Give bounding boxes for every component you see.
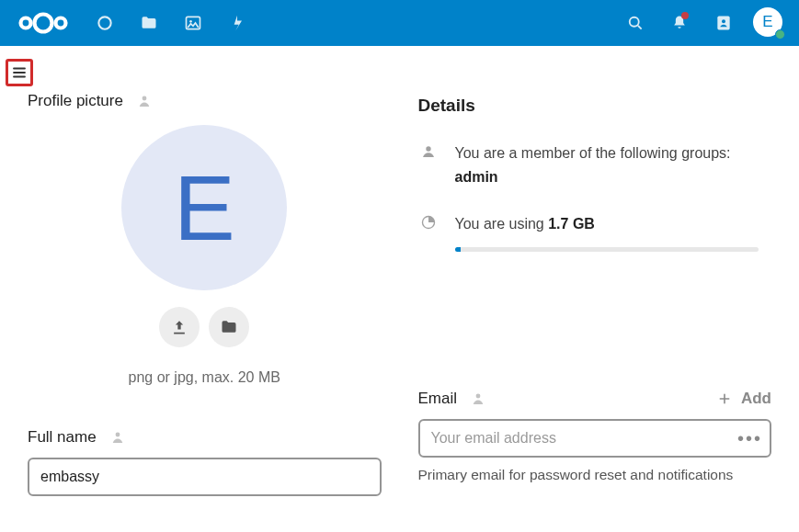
quota-prefix: You are using (455, 216, 549, 232)
groups-intro: You are a member of the following groups… (455, 145, 731, 161)
groups-row: You are a member of the following groups… (418, 141, 772, 188)
scope-icon[interactable] (136, 93, 153, 109)
scope-icon[interactable] (109, 429, 126, 446)
user-menu[interactable]: E (753, 7, 784, 39)
svg-line-7 (638, 26, 642, 29)
files-icon[interactable] (129, 3, 169, 43)
svg-point-9 (722, 19, 725, 23)
svg-point-12 (426, 146, 430, 151)
details-title: Details (418, 96, 772, 116)
add-label: Add (741, 390, 771, 408)
svg-point-14 (476, 393, 481, 398)
quota-icon (418, 212, 439, 231)
email-options-button[interactable]: ••• (737, 427, 762, 448)
email-hint: Primary email for password reset and not… (418, 467, 772, 483)
status-online-dot (775, 29, 785, 40)
fullname-section: Full name (28, 428, 382, 496)
settings-nav-toggle[interactable] (6, 59, 33, 86)
choose-from-files-button[interactable] (209, 307, 249, 347)
quota-value: 1.7 GB (548, 216, 595, 232)
quota-row: You are using 1.7 GB (418, 212, 772, 252)
scope-icon[interactable] (470, 391, 486, 407)
email-label: Email (418, 390, 458, 408)
add-email-button[interactable]: Add (717, 390, 771, 408)
svg-point-10 (143, 96, 147, 101)
profile-picture-section: Profile picture E png or jpg, max. 20 MB (28, 92, 382, 496)
photos-icon[interactable] (173, 3, 213, 43)
svg-point-11 (115, 433, 120, 437)
svg-point-1 (21, 18, 31, 28)
contacts-icon[interactable] (703, 3, 744, 43)
person-icon (418, 141, 439, 160)
upload-avatar-button[interactable] (159, 307, 200, 347)
svg-point-0 (35, 15, 52, 32)
content: Profile picture E png or jpg, max. 20 MB (0, 46, 799, 496)
quota-bar (455, 247, 759, 252)
avatar-large: E (121, 125, 287, 290)
notifications-dot (681, 12, 689, 19)
topbar: E (0, 0, 799, 46)
nextcloud-logo[interactable] (15, 8, 72, 38)
svg-point-2 (56, 18, 66, 28)
fullname-input[interactable] (28, 458, 382, 496)
svg-point-5 (189, 20, 192, 23)
activity-icon[interactable] (217, 3, 257, 43)
dashboard-icon[interactable] (85, 3, 125, 43)
fullname-label: Full name (28, 428, 97, 447)
profile-picture-label: Profile picture (28, 92, 123, 110)
search-icon[interactable] (615, 3, 656, 43)
groups-value: admin (455, 169, 498, 185)
quota-fill (455, 247, 462, 252)
email-input[interactable] (418, 419, 772, 458)
details-section: Details You are a member of the followin… (418, 92, 772, 496)
svg-point-3 (98, 17, 110, 28)
avatar-hint: png or jpg, max. 20 MB (129, 369, 280, 386)
topbar-right: E (615, 3, 790, 43)
email-section: Email Add ••• Primary email for password… (418, 390, 772, 483)
topbar-left (9, 3, 257, 43)
svg-point-6 (630, 17, 639, 27)
notifications-icon[interactable] (659, 3, 700, 43)
